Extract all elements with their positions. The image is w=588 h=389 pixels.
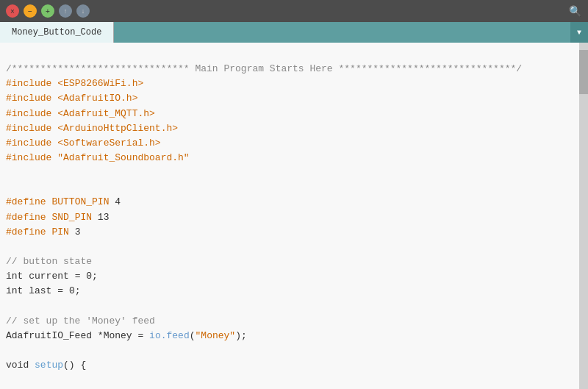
minimize-button[interactable]: −: [24, 4, 37, 18]
tab-bar: Money_Button_Code ▼: [0, 22, 588, 43]
tab-spacer: [114, 22, 570, 43]
code-content: /******************************* Main Pr…: [0, 43, 588, 389]
tab-label: Money_Button_Code: [12, 27, 101, 38]
title-bar: × − + ↑ ↓ 🔍: [0, 0, 588, 22]
code-editor[interactable]: /******************************* Main Pr…: [0, 43, 588, 389]
scroll-down-button[interactable]: ↓: [76, 4, 90, 18]
scrollbar-thumb[interactable]: [579, 50, 588, 94]
maximize-button[interactable]: +: [41, 4, 54, 18]
scroll-up-button[interactable]: ↑: [59, 4, 72, 18]
scrollbar-track: [579, 43, 588, 389]
tab-dropdown-button[interactable]: ▼: [570, 22, 588, 43]
file-tab[interactable]: Money_Button_Code: [0, 22, 114, 43]
search-icon[interactable]: 🔍: [567, 4, 582, 18]
close-button[interactable]: ×: [6, 4, 19, 18]
